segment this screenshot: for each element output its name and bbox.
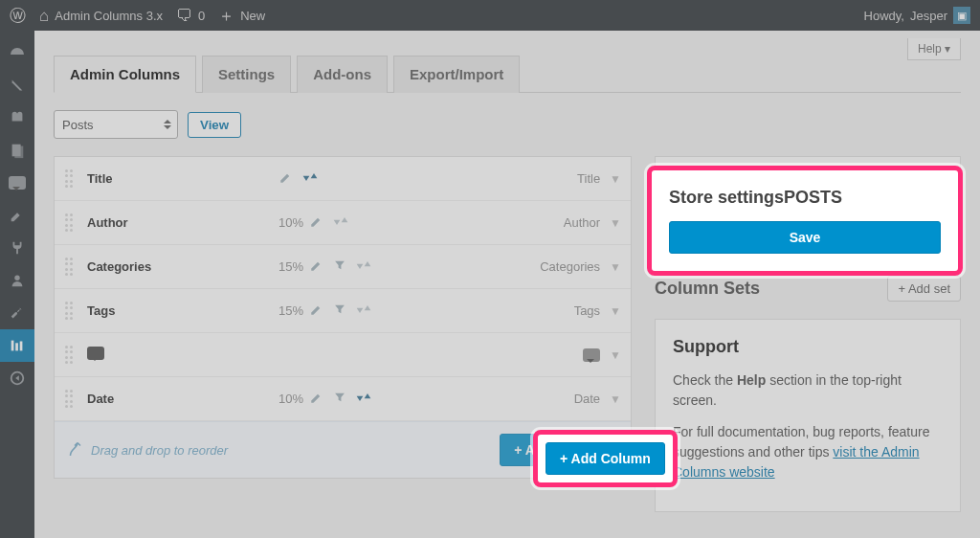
list-type-select[interactable]: Posts xyxy=(54,110,178,139)
svg-rect-3 xyxy=(11,341,14,351)
site-name-link[interactable]: ⌂Admin Columns 3.x xyxy=(39,8,163,24)
column-label: Date xyxy=(87,392,278,406)
column-row[interactable]: Tags15%Tags▼ xyxy=(55,289,631,333)
menu-posts[interactable] xyxy=(0,69,34,101)
drag-handle-icon[interactable] xyxy=(64,301,76,322)
chevron-down-icon[interactable]: ▼ xyxy=(610,172,621,186)
avatar: ▣ xyxy=(953,7,970,24)
column-row[interactable]: Categories15%Categories▼ xyxy=(55,245,631,289)
chevron-down-icon[interactable]: ▼ xyxy=(610,348,621,362)
svg-rect-5 xyxy=(20,342,23,351)
inline-edit-icon[interactable] xyxy=(309,214,323,232)
inline-edit-icon[interactable] xyxy=(309,258,323,276)
menu-media[interactable] xyxy=(0,101,34,134)
chevron-down-icon[interactable]: ▼ xyxy=(610,304,621,318)
sort-icon[interactable] xyxy=(302,170,318,187)
new-content-link[interactable]: ＋New xyxy=(218,8,265,24)
drag-handle-icon[interactable] xyxy=(64,213,76,234)
wp-logo[interactable]: ⓦ xyxy=(10,8,26,24)
column-row[interactable]: Author10%Author▼ xyxy=(55,201,631,245)
sort-icon[interactable] xyxy=(356,303,371,319)
column-type-label: Date xyxy=(574,392,600,406)
reorder-hint: Drag and drop to reorder xyxy=(66,438,228,461)
column-width: 10% xyxy=(278,392,303,406)
menu-users[interactable] xyxy=(0,264,34,297)
filter-icon[interactable] xyxy=(333,303,346,319)
column-width: 15% xyxy=(278,259,303,274)
svg-rect-1 xyxy=(14,146,23,159)
support-heading: Support xyxy=(673,337,943,357)
sort-icon[interactable] xyxy=(356,391,371,407)
my-account-link[interactable]: Howdy, Jesper▣ xyxy=(864,7,970,24)
add-set-button[interactable]: + Add set xyxy=(887,276,961,302)
drag-handle-icon[interactable] xyxy=(64,168,76,190)
sort-icon[interactable] xyxy=(356,258,371,275)
drag-handle-icon[interactable] xyxy=(64,257,76,278)
menu-pages[interactable] xyxy=(0,134,34,167)
chevron-down-icon[interactable]: ▼ xyxy=(610,392,621,406)
menu-comments[interactable] xyxy=(0,167,34,199)
wp-admin-bar: ⓦ ⌂Admin Columns 3.x 🗨0 ＋New Howdy, Jesp… xyxy=(0,0,980,31)
menu-admin-columns[interactable] xyxy=(0,329,34,362)
filter-icon[interactable] xyxy=(333,391,346,407)
column-width: 10% xyxy=(278,215,303,230)
store-settings-heading-hl: Store settingsPOSTS xyxy=(669,188,941,208)
column-sets-heading: Column Sets xyxy=(655,279,760,299)
menu-tools[interactable] xyxy=(0,297,34,329)
menu-dashboard[interactable] xyxy=(0,36,34,69)
menu-collapse[interactable] xyxy=(0,362,34,394)
chevron-down-icon[interactable]: ▼ xyxy=(610,260,621,274)
site-title: Admin Columns 3.x xyxy=(55,9,163,23)
support-box: Support Check the Help section in the to… xyxy=(655,319,961,512)
inline-edit-icon[interactable] xyxy=(309,391,323,408)
svg-rect-4 xyxy=(15,343,18,350)
column-width: 15% xyxy=(278,303,303,318)
highlight-store-settings: Store settingsPOSTS Save xyxy=(647,166,963,276)
nav-tab-admin-columns[interactable]: Admin Columns xyxy=(54,56,196,93)
support-line-2: For full documentation, bug reports, fea… xyxy=(673,422,943,482)
nav-tab-settings[interactable]: Settings xyxy=(202,56,291,93)
nav-tab-add-ons[interactable]: Add-ons xyxy=(297,56,388,93)
column-type-label: Title xyxy=(577,171,600,186)
drag-handle-icon[interactable] xyxy=(64,345,76,366)
comments-link[interactable]: 🗨0 xyxy=(176,8,205,24)
inline-edit-icon[interactable] xyxy=(278,170,293,188)
svg-point-2 xyxy=(14,276,19,280)
support-line-1: Check the Help section in the top-right … xyxy=(673,370,943,411)
drag-handle-icon[interactable] xyxy=(64,389,76,410)
filter-icon[interactable] xyxy=(333,258,346,275)
column-label: Author xyxy=(87,215,278,230)
view-button[interactable]: View xyxy=(188,112,241,138)
nav-tab-export-import[interactable]: Export/Import xyxy=(393,56,520,93)
save-button-hl[interactable]: Save xyxy=(669,221,941,254)
column-row[interactable]: Date10%Date▼ xyxy=(55,377,631,421)
menu-plugins[interactable] xyxy=(0,232,34,264)
column-label: Categories xyxy=(87,259,278,274)
column-label: Title xyxy=(87,171,278,186)
menu-appearance[interactable] xyxy=(0,199,34,232)
admin-menu xyxy=(0,31,34,538)
column-row[interactable]: ▼ xyxy=(55,333,631,377)
column-label: Tags xyxy=(87,303,278,318)
nav-tabs: Admin ColumnsSettingsAdd-onsExport/Impor… xyxy=(54,56,961,93)
column-label xyxy=(87,347,278,363)
sort-icon[interactable] xyxy=(333,214,348,231)
column-type-label: Author xyxy=(564,215,600,230)
chevron-down-icon[interactable]: ▼ xyxy=(610,216,621,230)
column-row[interactable]: TitleTitle▼ xyxy=(55,157,631,201)
column-type-label: Categories xyxy=(540,259,600,274)
comment-icon xyxy=(583,348,600,362)
inline-edit-icon[interactable] xyxy=(309,303,323,320)
comment-icon xyxy=(87,347,104,360)
column-sets-box: Column Sets + Add set xyxy=(655,276,961,302)
add-column-button-hl[interactable]: + Add Column xyxy=(546,442,665,475)
help-tab[interactable]: Help xyxy=(907,38,961,60)
highlight-add-column: + Add Column xyxy=(533,430,678,487)
column-type-label: Tags xyxy=(574,303,600,318)
